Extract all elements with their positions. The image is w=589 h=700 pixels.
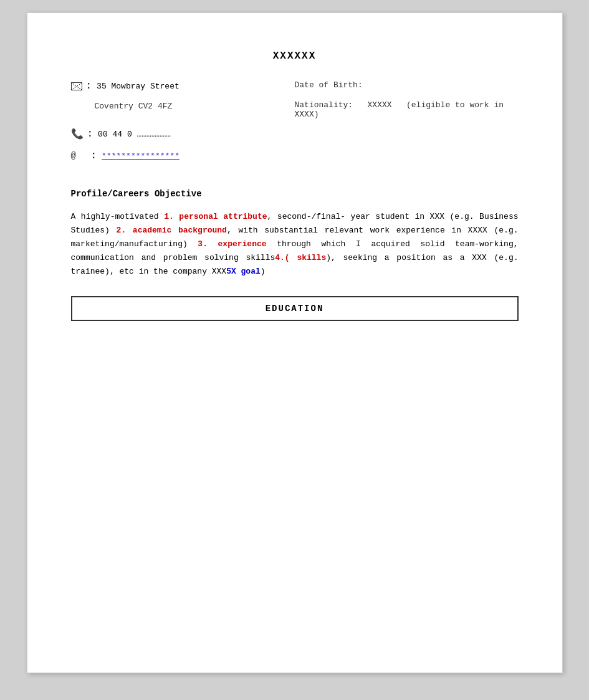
phone-row: 📞 : 00 44 0 …………………	[71, 128, 519, 140]
nationality-value: XXXXX	[368, 100, 392, 110]
phone-colon: :	[87, 128, 93, 140]
profile-section: Profile/Careers Objective A highly-motiv…	[71, 189, 519, 279]
attr4: 4.( skills	[275, 253, 326, 262]
attr3: 3. experience	[198, 239, 266, 249]
name-header: XXXXXX	[71, 50, 519, 62]
dob-label: Date of Birth:	[295, 80, 363, 90]
address-left-col: : 35 Mowbray Street	[71, 80, 295, 92]
address-line2-text: Coventry CV2 4FZ	[71, 102, 173, 111]
resume-page: XXXXXX : 35 Mowbray Street Date of Birth…	[27, 12, 563, 673]
profile-body: A highly-motivated 1. personal attribute…	[71, 210, 519, 279]
email-colon: :	[91, 150, 97, 161]
contact-section: : 35 Mowbray Street Date of Birth: Coven…	[71, 80, 519, 176]
address-dob-row: : 35 Mowbray Street Date of Birth:	[71, 80, 519, 92]
phone-icon: 📞	[71, 128, 84, 140]
attr2: 2. academic background	[117, 226, 227, 235]
address-colon: :	[86, 80, 92, 92]
profile-intro: A highly-motivated	[71, 212, 165, 221]
city-left-col: Coventry CV2 4FZ	[71, 100, 295, 119]
education-section-header: EDUCATION	[71, 296, 519, 321]
attr5: 5X goal	[226, 267, 261, 276]
profile-heading: Profile/Careers Objective	[71, 189, 519, 199]
attr1: 1. personal attribute	[164, 212, 267, 221]
dob-right-col: Date of Birth:	[295, 80, 519, 92]
email-row: @ : ****************	[71, 150, 519, 161]
address-line1-text: 35 Mowbray Street	[97, 82, 180, 91]
phone-number: 00 44 0 …………………	[98, 130, 171, 139]
city-nationality-row: Coventry CV2 4FZ Nationality: XXXXX (eli…	[71, 100, 519, 119]
at-icon: @	[71, 151, 86, 161]
email-value[interactable]: ****************	[102, 151, 180, 161]
education-label: EDUCATION	[266, 304, 324, 314]
nationality-label: Nationality:	[295, 100, 353, 110]
nationality-right-col: Nationality: XXXXX (eligible to work in …	[295, 100, 519, 119]
envelope-icon	[71, 82, 82, 90]
name-text: XXXXXX	[273, 50, 317, 62]
profile-text6: )	[261, 267, 266, 276]
